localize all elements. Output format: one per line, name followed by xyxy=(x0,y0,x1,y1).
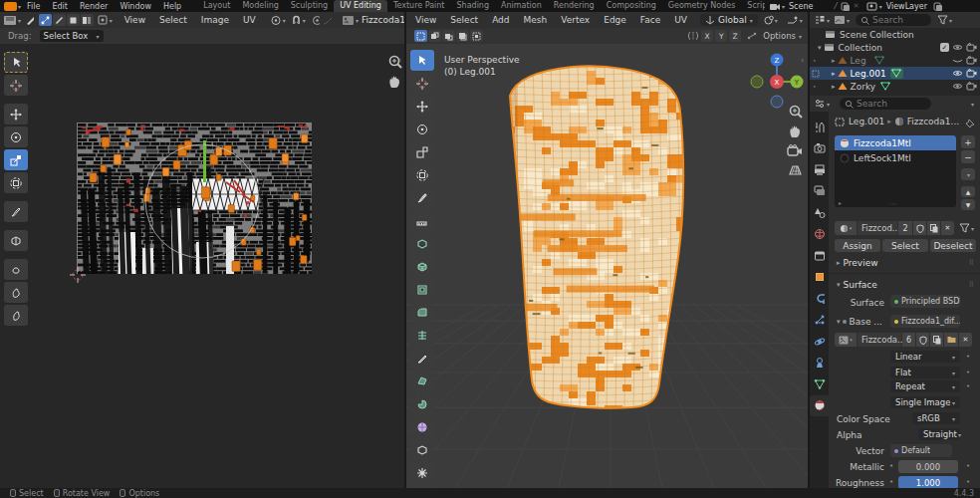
outliner-display-dropdown[interactable]: ▾ xyxy=(834,15,850,25)
image-users-count[interactable]: 6 xyxy=(902,333,915,347)
vp-tool-tweak[interactable] xyxy=(410,50,434,71)
vp-menu-vertex[interactable]: Vertex xyxy=(554,15,597,25)
navigation-gizmo[interactable]: Z Y X xyxy=(745,48,808,110)
new-scene-icon[interactable] xyxy=(841,2,851,11)
leg-hide-icon[interactable] xyxy=(952,56,963,65)
vp-pan-icon[interactable] xyxy=(788,124,803,138)
slot-specials-button[interactable]: ▾ xyxy=(961,168,975,180)
ptab-viewlayer[interactable] xyxy=(810,181,829,203)
vp-menu-view[interactable]: View xyxy=(408,15,443,25)
uv-proportional-editing-icon[interactable] xyxy=(312,15,320,26)
uv-select-vertex-button[interactable] xyxy=(39,14,52,26)
outliner-row-leg[interactable]: • ▸ Leg xyxy=(810,54,980,67)
tab-rendering[interactable]: Rendering xyxy=(548,0,601,12)
uv-image-name[interactable]: Fizzcoda1_dif xyxy=(362,15,404,25)
vp-tool-add-cube[interactable] xyxy=(410,233,434,254)
outliner-filter-dropdown[interactable]: ▾ xyxy=(937,15,952,25)
tab-layout[interactable]: Layout xyxy=(197,0,236,12)
uv-tool-cursor[interactable] xyxy=(4,75,28,96)
uv-menu-uv[interactable]: UV xyxy=(236,15,263,25)
vp-snap-with-dropdown[interactable]: ▾ xyxy=(787,15,803,25)
menu-file[interactable]: File xyxy=(21,2,46,11)
ptab-world[interactable] xyxy=(810,224,829,246)
vp-tool-transform[interactable] xyxy=(410,164,434,185)
vp-snap-target-dropdown[interactable]: ▾ xyxy=(763,15,778,26)
blender-logo-icon[interactable] xyxy=(4,2,17,11)
vp-menu-face[interactable]: Face xyxy=(633,15,667,25)
uv-select-island-button[interactable] xyxy=(81,14,94,26)
select-mode-intersect[interactable] xyxy=(470,30,483,42)
outliner-row-zorky[interactable]: • ▸ Zorky xyxy=(810,80,980,93)
material-slot-1[interactable]: Fizzcoda1Mtl xyxy=(835,135,956,150)
tab-modeling[interactable]: Modeling xyxy=(236,0,284,12)
interpolation-dropdown[interactable]: Linear▾ xyxy=(890,351,960,363)
ptab-collection[interactable] xyxy=(810,245,829,267)
vp-tool-smooth[interactable] xyxy=(410,416,434,437)
tab-animation[interactable]: Animation xyxy=(495,0,548,12)
outliner-row-collection[interactable]: ▾ Collection ✓ xyxy=(810,41,980,54)
expand-icon[interactable]: ▸ xyxy=(832,70,836,78)
tab-sculpting[interactable]: Sculpting xyxy=(285,0,334,12)
remove-slot-button[interactable]: − xyxy=(961,150,975,163)
ptab-scene[interactable] xyxy=(810,202,829,224)
uv-snap-dropdown[interactable]: ▾ xyxy=(291,15,306,26)
new-image-button[interactable] xyxy=(930,333,943,347)
new-viewlayer-icon[interactable] xyxy=(933,2,943,11)
snap-falloff-icon[interactable] xyxy=(746,31,758,41)
base-color-row[interactable]: ▾ Base ... xyxy=(837,317,882,327)
vp-menu-mesh[interactable]: Mesh xyxy=(517,15,555,25)
tab-uv-editing[interactable]: UV Editing xyxy=(334,0,387,12)
ptab-material[interactable] xyxy=(810,395,829,417)
scene-icon[interactable] xyxy=(769,2,781,11)
ptab-tool[interactable] xyxy=(810,117,829,138)
select-mode-subtract[interactable] xyxy=(442,30,455,42)
vp-camera-icon[interactable] xyxy=(787,143,804,157)
drag-tool-dropdown[interactable]: Select Box▾ xyxy=(40,30,104,42)
slot-move-up-button[interactable]: ▲ xyxy=(961,186,975,197)
color-space-dropdown[interactable]: sRGB▾ xyxy=(912,412,960,424)
vp-menu-edge[interactable]: Edge xyxy=(597,15,633,25)
vp-tool-measure[interactable] xyxy=(410,210,434,231)
scene-name[interactable]: Scene xyxy=(789,2,813,11)
vp-tool-move[interactable] xyxy=(410,96,434,117)
ptab-render[interactable] xyxy=(810,138,829,160)
uv-tool-relax[interactable] xyxy=(4,282,28,303)
leg001-mesh-data-icon[interactable] xyxy=(890,68,903,79)
tab-geometry-nodes[interactable]: Geometry Nodes xyxy=(662,0,741,12)
slot-filter-dropdown[interactable]: ▾ xyxy=(959,223,974,233)
source-dropdown[interactable]: Single Image▾ xyxy=(890,396,960,408)
fake-user-button[interactable] xyxy=(913,221,926,235)
uv-tool-rotate[interactable] xyxy=(4,126,28,147)
material-name-field[interactable]: Fizzcod... xyxy=(858,221,897,235)
vp-ortho-toggle-icon[interactable] xyxy=(788,162,803,176)
unlink-material-button[interactable]: ✕ xyxy=(941,221,954,235)
uv-tool-rip[interactable] xyxy=(4,230,28,251)
vp-zoom-icon[interactable] xyxy=(788,104,804,120)
vp-tool-extrude[interactable] xyxy=(410,256,434,277)
vp-tool-rotate[interactable] xyxy=(410,119,434,139)
vp-orientation-dropdown[interactable]: Global▾ xyxy=(700,14,758,26)
uv-tool-pinch[interactable] xyxy=(4,305,28,326)
options-dropdown[interactable]: Options▾ xyxy=(763,31,802,41)
zorky-hide-icon[interactable] xyxy=(952,82,963,91)
mirror-y-button[interactable]: Y xyxy=(715,30,727,42)
material-users-count[interactable]: 2 xyxy=(898,221,912,235)
leg001-hide-icon[interactable] xyxy=(952,69,963,78)
open-image-button[interactable] xyxy=(944,333,958,347)
surface-panel-header[interactable]: ▾Surface ⠿ xyxy=(837,280,974,290)
uv-mode-icon[interactable] xyxy=(25,15,34,26)
properties-search-input[interactable]: Search xyxy=(840,98,931,110)
vp-tool-inset[interactable] xyxy=(410,279,434,300)
viewlayer-icon[interactable] xyxy=(866,2,878,11)
vp-tool-cursor[interactable] xyxy=(410,73,434,94)
uv-pivot-dropdown[interactable]: ▾ xyxy=(270,15,286,26)
uv-editor-canvas[interactable]: ‹ xyxy=(0,44,404,488)
tab-texture-paint[interactable]: Texture Paint xyxy=(387,0,451,12)
uv-editor-type-dropdown[interactable]: ▾ xyxy=(3,15,21,26)
properties-type-dropdown[interactable]: ▾ xyxy=(814,99,830,109)
collection-checkbox[interactable]: ✓ xyxy=(940,43,949,52)
leg-render-icon[interactable] xyxy=(966,56,977,65)
ptab-output[interactable] xyxy=(810,159,829,181)
menu-help[interactable]: Help xyxy=(157,2,187,11)
vp-tool-annotate[interactable] xyxy=(410,187,434,208)
